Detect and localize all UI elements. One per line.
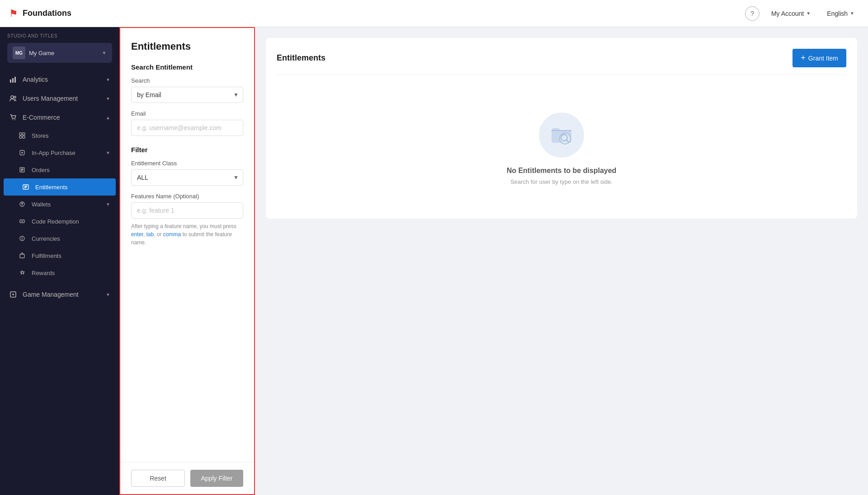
game-name: My Game bbox=[29, 50, 98, 56]
search-select[interactable]: by Email by User ID bbox=[131, 87, 243, 103]
sidebar-item-currencies[interactable]: Currencies bbox=[0, 230, 119, 247]
empty-sub: Search for user by type on the left side… bbox=[510, 178, 613, 185]
right-card-header: Entitlements + Grant Item bbox=[277, 49, 846, 75]
language-chevron-icon: ▼ bbox=[850, 11, 854, 16]
ecommerce-icon bbox=[9, 113, 17, 121]
stores-icon bbox=[18, 131, 26, 140]
sidebar-item-stores[interactable]: Stores bbox=[0, 127, 119, 144]
svg-point-3 bbox=[11, 96, 14, 98]
search-label: Search bbox=[131, 77, 243, 84]
wallets-label: Wallets bbox=[32, 201, 51, 208]
main-layout: STUDIO AND TITLES MG My Game ▼ Analytics… bbox=[0, 27, 868, 495]
ecommerce-chevron-icon: ▲ bbox=[106, 115, 110, 120]
analytics-chevron-icon: ▼ bbox=[106, 77, 110, 82]
svg-rect-9 bbox=[19, 136, 22, 138]
grant-item-plus-icon: + bbox=[801, 53, 806, 63]
analytics-label: Analytics bbox=[23, 76, 48, 83]
sidebar-item-wallets[interactable]: Wallets ▼ bbox=[0, 196, 119, 213]
right-card-title: Entitlements bbox=[277, 53, 326, 63]
svg-rect-10 bbox=[23, 136, 25, 138]
svg-point-5 bbox=[12, 119, 13, 120]
sidebar-item-orders[interactable]: Orders bbox=[0, 161, 119, 178]
my-account-label: My Account bbox=[771, 10, 804, 17]
app-header: ⚑ Foundations ? My Account ▼ English ▼ bbox=[0, 0, 868, 27]
my-account-chevron-icon: ▼ bbox=[806, 11, 811, 16]
email-input[interactable] bbox=[131, 120, 243, 136]
search-select-wrapper: by Email by User ID ▼ bbox=[131, 87, 243, 103]
game-management-label: Game Management bbox=[23, 291, 79, 298]
users-icon bbox=[9, 94, 17, 103]
my-account-dropdown[interactable]: My Account ▼ bbox=[767, 7, 815, 20]
filter-section-title: Filter bbox=[131, 146, 243, 154]
sidebar-item-game-management[interactable]: Game Management ▼ bbox=[0, 285, 119, 304]
filter-hint: After typing a feature name, you must pr… bbox=[131, 222, 243, 247]
game-chevron-icon: ▼ bbox=[102, 50, 107, 56]
sidebar-item-fulfillments[interactable]: Fulfillments bbox=[0, 247, 119, 264]
in-app-purchase-chevron-icon: ▼ bbox=[106, 150, 110, 155]
in-app-purchase-label: In-App Purchase bbox=[32, 149, 75, 156]
orders-icon bbox=[18, 166, 26, 174]
panel-title: Entitlements bbox=[131, 41, 243, 52]
email-label: Email bbox=[131, 110, 243, 117]
game-management-icon bbox=[9, 290, 17, 299]
sidebar: STUDIO AND TITLES MG My Game ▼ Analytics… bbox=[0, 27, 119, 495]
sidebar-item-code-redemption[interactable]: Code Redemption bbox=[0, 213, 119, 230]
empty-folder-icon bbox=[548, 121, 575, 149]
svg-rect-7 bbox=[19, 133, 22, 135]
entitlement-class-wrapper: ALL CONSUMABLE DURABLE ▼ bbox=[131, 169, 243, 186]
entitlement-class-select[interactable]: ALL CONSUMABLE DURABLE bbox=[131, 169, 243, 186]
ecommerce-label: E-Commerce bbox=[23, 114, 60, 121]
game-selector[interactable]: MG My Game ▼ bbox=[7, 43, 112, 63]
sidebar-item-analytics[interactable]: Analytics ▼ bbox=[0, 70, 119, 89]
svg-point-6 bbox=[14, 119, 15, 120]
svg-rect-0 bbox=[10, 79, 11, 83]
empty-title: No Entitlements to be displayed bbox=[507, 167, 617, 175]
in-app-purchase-icon bbox=[18, 149, 26, 157]
entitlements-card: Entitlements + Grant Item bbox=[266, 38, 857, 219]
reset-button[interactable]: Reset bbox=[131, 470, 185, 487]
empty-state: No Entitlements to be displayed Search f… bbox=[277, 89, 846, 208]
nav-section: Analytics ▼ Users Management ▼ bbox=[0, 67, 119, 307]
code-redemption-label: Code Redemption bbox=[32, 218, 79, 225]
currencies-icon bbox=[18, 234, 26, 243]
fulfillments-icon bbox=[18, 252, 26, 260]
orders-label: Orders bbox=[32, 167, 50, 173]
fulfillments-label: Fulfillments bbox=[32, 252, 61, 259]
sidebar-item-ecommerce[interactable]: E-Commerce ▲ bbox=[0, 108, 119, 127]
rewards-label: Rewards bbox=[32, 270, 55, 276]
wallets-icon bbox=[18, 200, 26, 208]
svg-rect-17 bbox=[20, 254, 24, 258]
header-right-area: ? My Account ▼ English ▼ bbox=[745, 6, 859, 21]
sidebar-item-in-app-purchase[interactable]: In-App Purchase ▼ bbox=[0, 144, 119, 161]
svg-point-4 bbox=[14, 96, 16, 98]
hint-enter: enter bbox=[131, 231, 143, 238]
svg-rect-2 bbox=[14, 77, 16, 83]
wallets-chevron-icon: ▼ bbox=[106, 202, 110, 207]
panel-content: Entitlements Search Entitlement Search b… bbox=[120, 28, 254, 462]
search-section-title: Search Entitlement bbox=[131, 63, 243, 71]
features-input[interactable] bbox=[131, 202, 243, 219]
hint-comma: comma bbox=[163, 231, 181, 238]
entitlement-class-label: Entitlement Class bbox=[131, 160, 243, 167]
right-panel: Entitlements + Grant Item bbox=[255, 27, 868, 495]
entitlements-label: Entitlements bbox=[35, 184, 68, 191]
content-area: Entitlements Search Entitlement Search b… bbox=[119, 27, 868, 495]
grant-item-label: Grant Item bbox=[808, 55, 838, 62]
hint-tab: tab bbox=[146, 231, 154, 238]
apply-filter-button[interactable]: Apply Filter bbox=[190, 470, 243, 487]
logo-icon: ⚑ bbox=[9, 8, 18, 19]
header-logo-area: ⚑ Foundations bbox=[9, 8, 71, 19]
help-button[interactable]: ? bbox=[745, 6, 760, 21]
users-management-chevron-icon: ▼ bbox=[106, 96, 110, 101]
studio-section: STUDIO AND TITLES MG My Game ▼ bbox=[0, 27, 119, 67]
sidebar-item-rewards[interactable]: Rewards bbox=[0, 264, 119, 281]
language-dropdown[interactable]: English ▼ bbox=[822, 7, 859, 20]
sidebar-item-entitlements[interactable]: Entitlements bbox=[4, 178, 116, 196]
currencies-label: Currencies bbox=[32, 235, 60, 242]
sidebar-item-users-management[interactable]: Users Management ▼ bbox=[0, 89, 119, 108]
grant-item-button[interactable]: + Grant Item bbox=[793, 49, 846, 67]
rewards-icon bbox=[18, 269, 26, 277]
game-management-chevron-icon: ▼ bbox=[106, 292, 110, 297]
panel-footer: Reset Apply Filter bbox=[120, 462, 254, 494]
game-avatar: MG bbox=[13, 47, 25, 59]
